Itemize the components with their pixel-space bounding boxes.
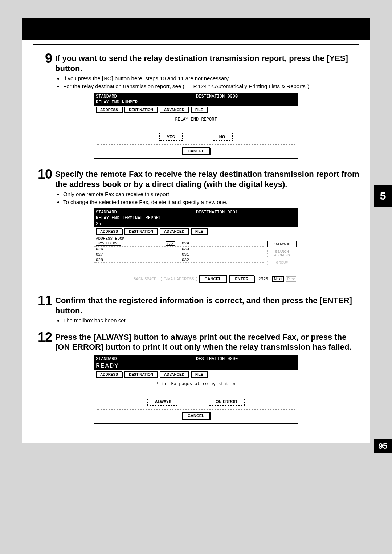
step-number: 9 bbox=[33, 52, 52, 65]
cancel-button[interactable]: CANCEL bbox=[182, 147, 210, 155]
tab-destination[interactable]: DESTINATION bbox=[124, 228, 158, 235]
address-book-label: ADDRESS BOOK bbox=[94, 236, 298, 241]
email-address-button[interactable]: E-MAIL ADDRESS bbox=[161, 276, 197, 282]
fax-tag[interactable]: FAX bbox=[166, 241, 175, 246]
fax-screen-relay-end-report: STANDARD DESTINATION:0000 RELAY END NUMB… bbox=[94, 93, 298, 159]
note-item: Only one remote Fax can receive this rep… bbox=[63, 191, 359, 198]
addr-entry[interactable]: 026 bbox=[94, 247, 179, 251]
cancel-button[interactable]: CANCEL bbox=[199, 275, 227, 282]
screen-mode: STANDARD bbox=[96, 357, 196, 362]
note-item: If you press the [NO] button here, steps… bbox=[63, 75, 359, 82]
backspace-button[interactable]: BACK SPACE bbox=[131, 276, 159, 282]
tab-address[interactable]: ADDRESS bbox=[96, 371, 122, 378]
address-row[interactable]: 027 031 bbox=[94, 252, 265, 257]
dest-value: 0001 bbox=[227, 210, 238, 215]
tab-file[interactable]: FILE bbox=[191, 107, 208, 113]
header-black-bar bbox=[22, 18, 370, 40]
search-address-button[interactable]: SEARCH ADDRESS bbox=[267, 249, 297, 258]
addr-entry[interactable]: 027 bbox=[94, 252, 179, 257]
yes-button[interactable]: YES bbox=[159, 133, 183, 141]
tab-advanced[interactable]: ADVANCED bbox=[160, 107, 189, 113]
next-button[interactable]: Next bbox=[272, 276, 284, 282]
fax-screen-address-book: STANDARD DESTINATION:0001 RELAY END TERM… bbox=[94, 208, 298, 285]
dest-label: DESTINATION: bbox=[196, 94, 227, 99]
dest-value: 0000 bbox=[227, 94, 238, 99]
address-row[interactable]: 025 USER25FAX 029 bbox=[94, 241, 265, 247]
screen-mode: STANDARD bbox=[96, 210, 196, 215]
known-id-button[interactable]: KNOWN ID bbox=[267, 241, 297, 247]
addr-entry[interactable]: 032 bbox=[179, 258, 265, 262]
step-9-notes: If you press the [NO] button here, steps… bbox=[56, 75, 359, 90]
step-11-notes: The mailbox has been set. bbox=[56, 317, 359, 324]
screen-subtitle: RELAY END TERMINAL REPORT bbox=[94, 216, 298, 221]
step-title: Confirm that the registered information … bbox=[55, 296, 359, 315]
dest-value: 0000 bbox=[227, 357, 238, 362]
note-item: The mailbox has been set. bbox=[63, 317, 359, 324]
step-10-notes: Only one remote Fax can receive this rep… bbox=[56, 191, 359, 205]
step-number: 10 bbox=[33, 168, 52, 181]
tab-destination[interactable]: DESTINATION bbox=[124, 107, 158, 113]
tab-advanced[interactable]: ADVANCED bbox=[160, 371, 189, 378]
step-number: 11 bbox=[33, 294, 52, 307]
step-title: Specify the remote Fax to receive the re… bbox=[55, 169, 359, 189]
step-11: 11 Confirm that the registered informati… bbox=[33, 294, 359, 315]
horizontal-rule bbox=[33, 44, 359, 45]
dial-input[interactable]: 25 bbox=[94, 221, 298, 227]
enter-button[interactable]: ENTER bbox=[229, 275, 254, 282]
step-10: 10 Specify the remote Fax to receive the… bbox=[33, 168, 359, 189]
addr-entry[interactable]: 029 bbox=[179, 241, 265, 246]
body-title: RELAY END REPORT bbox=[97, 117, 295, 122]
addr-entry[interactable]: 030 bbox=[179, 247, 265, 251]
addr-entry[interactable]: 031 bbox=[179, 252, 265, 257]
address-row[interactable]: 026 030 bbox=[94, 247, 265, 252]
screen-subtitle: RELAY END NUMBER bbox=[94, 100, 298, 106]
always-button[interactable]: ALWAYS bbox=[147, 398, 179, 406]
no-button[interactable]: NO bbox=[212, 133, 233, 141]
step-title: Press the [ALWAYS] button to always prin… bbox=[55, 332, 359, 352]
note-item: For the relay destination transmission r… bbox=[63, 83, 359, 90]
fax-screen-print-rx: STANDARD DESTINATION:0000 READY ADDRESS … bbox=[94, 355, 298, 424]
tab-file[interactable]: FILE bbox=[191, 371, 208, 378]
body-title: Print Rx pages at relay station bbox=[97, 382, 295, 387]
tab-advanced[interactable]: ADVANCED bbox=[160, 228, 189, 235]
step-12: 12 Press the [ALWAYS] button to always p… bbox=[33, 331, 359, 352]
dest-label: DESTINATION: bbox=[196, 210, 227, 215]
book-icon bbox=[185, 85, 191, 89]
ready-label: READY bbox=[94, 362, 298, 370]
prev-button[interactable]: Prev bbox=[286, 276, 296, 282]
cancel-button[interactable]: CANCEL bbox=[182, 412, 210, 419]
group-button[interactable]: GROUP bbox=[267, 260, 297, 265]
addr-entry[interactable]: 025 USER25 bbox=[96, 241, 121, 246]
step-9: 9 If you want to send the relay destinat… bbox=[33, 52, 359, 73]
page-count: 2/125 bbox=[259, 277, 268, 281]
note-item: To change the selected remote Fax, delet… bbox=[63, 199, 359, 206]
dest-label: DESTINATION: bbox=[196, 357, 227, 362]
tab-destination[interactable]: DESTINATION bbox=[124, 371, 158, 378]
address-row[interactable]: 028 032 bbox=[94, 257, 265, 263]
tab-file[interactable]: FILE bbox=[191, 228, 208, 235]
tab-address[interactable]: ADDRESS bbox=[96, 107, 122, 113]
screen-mode: STANDARD bbox=[96, 94, 196, 99]
step-title: If you want to send the relay destinatio… bbox=[55, 53, 359, 73]
addr-entry[interactable]: 028 bbox=[94, 258, 179, 262]
step-number: 12 bbox=[33, 331, 52, 344]
tab-address[interactable]: ADDRESS bbox=[96, 228, 122, 235]
page-number: 95 bbox=[374, 439, 392, 453]
on-error-button[interactable]: ON ERROR bbox=[208, 398, 245, 406]
chapter-tab: 5 bbox=[374, 185, 392, 207]
